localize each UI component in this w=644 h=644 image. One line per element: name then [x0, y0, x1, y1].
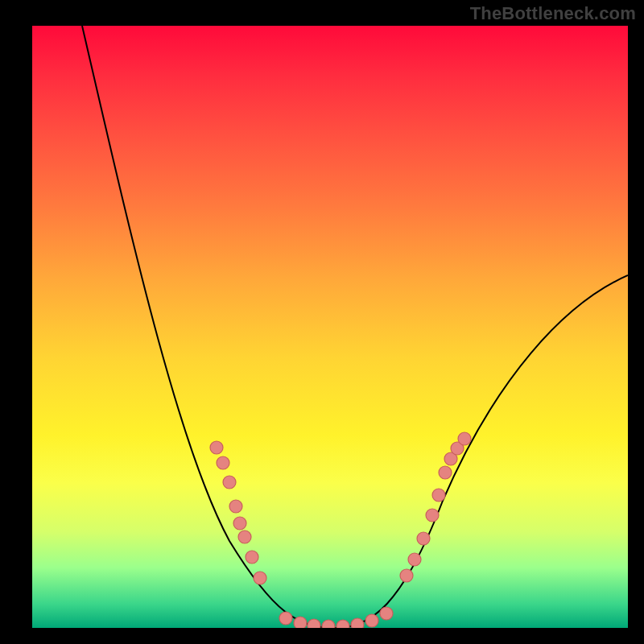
- curve-svg: [32, 26, 628, 628]
- curve-dot: [417, 532, 430, 545]
- curve-dot: [439, 466, 452, 479]
- curve-dot: [380, 607, 393, 620]
- plot-area: [32, 26, 628, 628]
- curve-dot: [365, 614, 378, 627]
- curve-dot: [336, 620, 349, 628]
- curve-dot: [217, 456, 229, 469]
- curve-dot: [408, 553, 421, 566]
- curve-dot: [426, 509, 439, 522]
- curve-dot: [294, 617, 307, 628]
- curve-dot: [279, 612, 292, 625]
- curve-dot: [322, 620, 335, 628]
- curve-dot: [254, 572, 266, 584]
- chart-frame: TheBottleneck.com: [0, 0, 644, 644]
- curve-dot: [400, 569, 413, 582]
- curve-dot: [351, 618, 364, 628]
- curve-dot: [444, 452, 457, 465]
- watermark-text: TheBottleneck.com: [470, 3, 636, 24]
- curve-dot: [229, 500, 242, 513]
- curve-dot: [210, 441, 223, 454]
- curve-dot: [432, 489, 445, 502]
- curve-dot: [238, 530, 251, 543]
- curve-dot: [246, 551, 258, 564]
- curve-dot: [308, 619, 320, 628]
- bottleneck-curve: [82, 26, 628, 628]
- curve-dot: [451, 442, 464, 455]
- curve-dot: [233, 517, 246, 530]
- curve-dot: [458, 432, 471, 445]
- curve-dot: [223, 476, 236, 489]
